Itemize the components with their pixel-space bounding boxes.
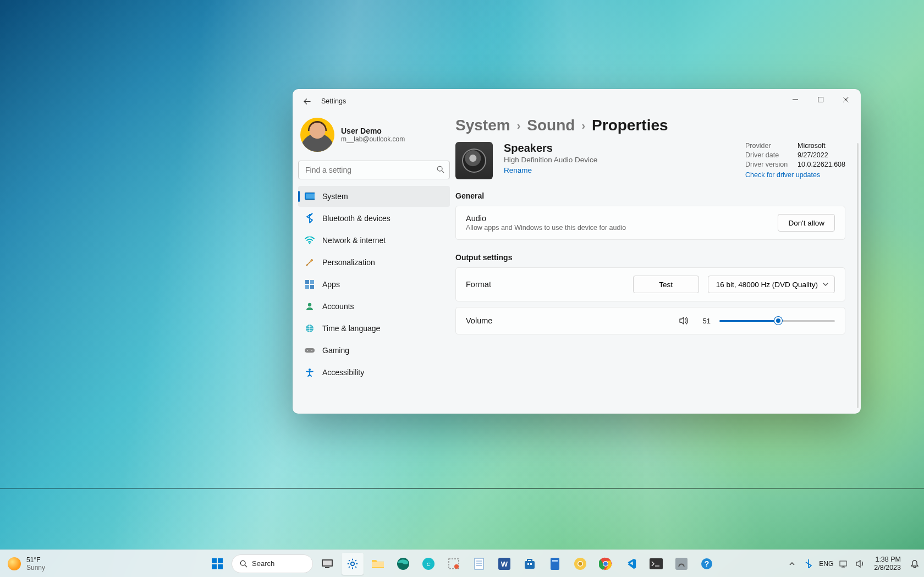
device-name: Speakers [504,142,734,155]
sidebar-item-network[interactable]: Network & internet [298,230,450,251]
task-view-button[interactable] [316,553,338,575]
minimize-icon [793,97,798,102]
sidebar-item-system[interactable]: System [298,186,450,207]
language-indicator[interactable]: ENG [819,560,833,568]
taskbar-app-explorer[interactable] [367,553,389,575]
weather-widget[interactable]: 51°F Sunny [0,556,45,571]
driver-date-label: Driver date [745,151,788,159]
taskbar-app-chrome[interactable] [595,553,617,575]
nav-label: Gaming [322,346,349,355]
sidebar-item-bluetooth[interactable]: Bluetooth & devices [298,208,450,229]
clock-date: 2/8/2023 [874,564,901,572]
file-icon [549,557,560,570]
person-icon [305,301,315,311]
terminal-icon [650,558,663,569]
canva-icon: C [422,557,435,570]
nav-label: System [322,192,348,201]
clock[interactable]: 1:38 PM 2/8/2023 [871,556,904,572]
svg-rect-32 [525,561,535,569]
edge-icon [397,557,410,570]
sidebar-item-accounts[interactable]: Accounts [298,296,450,317]
breadcrumb-sound[interactable]: Sound [527,117,575,134]
svg-point-13 [311,350,312,351]
svg-text:C: C [427,562,431,567]
scrollbar[interactable] [857,143,859,408]
sidebar-item-gaming[interactable]: Gaming [298,340,450,361]
clock-globe-icon [305,323,315,333]
search-box [298,161,450,179]
nav-label: Apps [322,280,340,289]
nav-label: Time & language [322,324,380,333]
taskbar-app-store[interactable] [519,553,541,575]
sidebar-item-accessibility[interactable]: Accessibility [298,362,450,383]
tray-volume[interactable] [854,560,866,568]
profile-block[interactable]: User Demo m__lab@outlook.com [298,113,450,161]
help-icon: ? [701,558,713,570]
volume-value: 51 [697,317,711,325]
taskbar-app-terminal[interactable] [645,553,667,575]
tray-bluetooth[interactable] [802,559,815,568]
back-button[interactable] [300,95,314,108]
svg-point-4 [309,243,311,244]
bell-icon [910,559,919,568]
sidebar-item-apps[interactable]: Apps [298,274,450,295]
taskbar-search[interactable]: Search [232,554,313,573]
test-button[interactable]: Test [633,276,699,293]
svg-rect-21 [323,560,332,565]
speaker-icon[interactable] [679,316,689,326]
volume-slider[interactable] [719,315,835,326]
taskbar-app-edge[interactable] [392,553,414,575]
search-input[interactable] [298,161,450,179]
taskbar-app-help[interactable]: ? [696,553,718,575]
maximize-button[interactable] [808,91,833,108]
start-button[interactable] [206,553,228,575]
breadcrumb-system[interactable]: System [455,117,510,134]
minimize-button[interactable] [783,91,808,108]
breadcrumb-current: Properties [592,117,668,134]
check-driver-updates-link[interactable]: Check for driver updates [745,171,845,179]
tray-overflow[interactable] [786,560,798,567]
taskbar-app-calc[interactable] [544,553,566,575]
audio-title: Audio [466,214,626,223]
avatar [300,118,334,152]
format-dropdown[interactable]: 16 bit, 48000 Hz (DVD Quality) [708,276,835,293]
search-label: Search [252,559,274,568]
wifi-icon [305,235,315,245]
close-button[interactable] [833,91,859,108]
chrome-canary-icon [574,557,587,570]
svg-rect-8 [310,285,314,289]
sidebar-item-time[interactable]: Time & language [298,318,450,339]
dont-allow-button[interactable]: Don't allow [778,214,835,232]
svg-rect-47 [840,561,846,566]
bluetooth-icon [805,559,812,568]
clock-time: 1:38 PM [874,556,901,564]
vscode-icon [625,558,637,570]
taskbar-app-notepad[interactable] [468,553,490,575]
rename-link[interactable]: Rename [504,166,532,174]
svg-point-14 [309,369,311,371]
nav-label: Accounts [322,302,354,311]
network-icon [839,560,848,568]
tray-network[interactable] [838,560,850,568]
sidebar-item-personalization[interactable]: Personalization [298,252,450,273]
taskbar-app-chrome-canary[interactable] [569,553,591,575]
notifications-button[interactable] [909,559,921,568]
taskbar-app-snip[interactable] [443,553,465,575]
maximize-icon [818,97,823,102]
chrome-icon [599,557,612,570]
taskbar-app-word[interactable]: W [493,553,515,575]
nav-list: System Bluetooth & devices Network & int… [298,186,450,383]
windows-logo-icon [211,557,224,570]
svg-rect-22 [325,567,329,568]
slider-thumb[interactable] [774,317,782,325]
system-tray: ENG 1:38 PM 2/8/2023 [786,556,924,572]
taskbar-app-canva[interactable]: C [417,553,439,575]
main-panel: System › Sound › Properties Speakers Hig… [455,110,861,414]
desktop: Settings User Demo m__lab@outlook.com [0,0,924,577]
taskbar-app-settings[interactable] [342,553,364,575]
titlebar: Settings [293,89,861,110]
taskbar-app-vscode[interactable] [620,553,642,575]
nav-label: Accessibility [322,368,364,377]
taskbar-app-generic1[interactable] [670,553,692,575]
svg-rect-18 [218,564,223,569]
